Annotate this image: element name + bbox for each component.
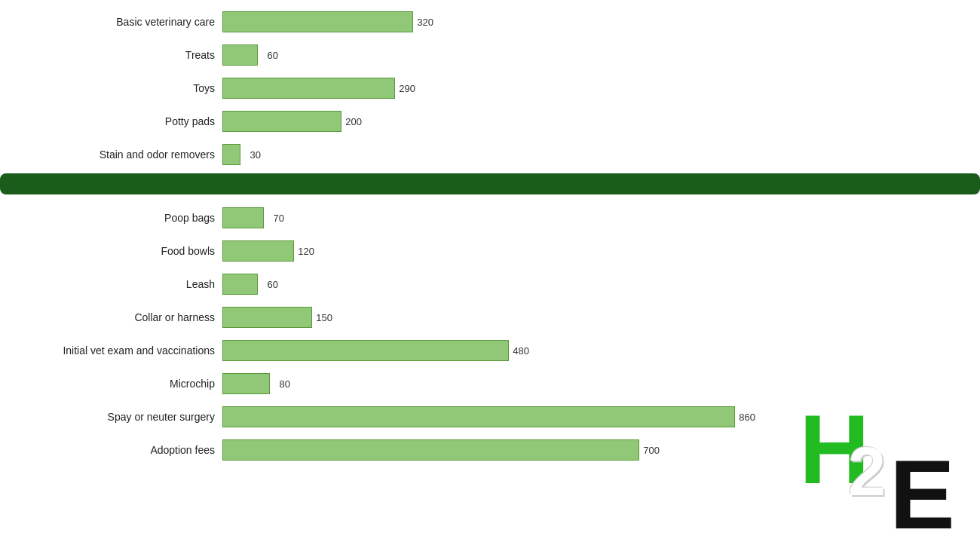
bar-value: 80	[280, 378, 290, 390]
bar-label: Poop bags	[0, 212, 222, 224]
bar-row: Initial vet exam and vaccinations480	[0, 336, 980, 365]
bar-value: 200	[345, 116, 362, 127]
bar-value: 480	[513, 345, 529, 357]
bar-wrap: 60	[222, 274, 258, 295]
bar-label: Potty pads	[0, 115, 222, 127]
bar-row: Toys290	[0, 74, 980, 103]
logo-e: E	[890, 445, 955, 543]
bar: 80	[222, 373, 270, 394]
bar-row: Potty pads200	[0, 107, 980, 136]
bar-wrap: 120	[222, 240, 294, 262]
bar-row: Food bowls120	[0, 237, 980, 265]
bar-value: 290	[399, 83, 415, 94]
bar-label: Adoption fees	[0, 444, 222, 456]
bar-wrap: 480	[222, 340, 509, 361]
bar-wrap: 290	[222, 78, 395, 99]
bar: 860	[222, 406, 735, 427]
bar-value: 70	[274, 213, 284, 224]
bar: 320	[222, 11, 413, 32]
bar-value: 320	[417, 17, 433, 28]
bar-wrap: 320	[222, 11, 413, 32]
bar-label: Basic veterinary care	[0, 16, 222, 28]
bar-value: 60	[268, 279, 278, 290]
bar-label: Treats	[0, 49, 222, 61]
bar-label: Leash	[0, 278, 222, 290]
bar-value: 30	[250, 149, 261, 161]
bar-row: Basic veterinary care320	[0, 8, 980, 36]
logo: H 2 E	[799, 400, 965, 536]
bar-value: 120	[298, 246, 314, 257]
bar-wrap: 60	[222, 44, 258, 66]
bar-wrap: 150	[222, 307, 312, 328]
bar-value: 150	[316, 312, 332, 323]
bar-row: Collar or harness150	[0, 303, 980, 332]
bar: 60	[222, 44, 258, 66]
bar: 200	[222, 111, 341, 132]
bar-value: 860	[739, 412, 755, 423]
bar: 30	[222, 144, 240, 165]
bar-value: 60	[268, 50, 278, 61]
bar-label: Food bowls	[0, 245, 222, 257]
top-section: Basic veterinary care320Treats60Toys290P…	[0, 0, 980, 169]
bar: 70	[222, 207, 264, 228]
bar-wrap: 200	[222, 111, 341, 132]
chart-container: Basic veterinary care320Treats60Toys290P…	[0, 0, 980, 551]
bar: 700	[222, 439, 639, 461]
bar: 290	[222, 78, 395, 99]
bar-label: Initial vet exam and vaccinations	[0, 344, 222, 357]
logo-2: 2	[848, 438, 886, 506]
bar-label: Microchip	[0, 378, 222, 390]
bar: 150	[222, 307, 312, 328]
bar-row: Treats60	[0, 41, 980, 69]
bar-value: 700	[643, 445, 660, 456]
bar-wrap: 700	[222, 439, 639, 461]
banner	[0, 173, 980, 194]
bar-row: Poop bags70	[0, 204, 980, 232]
bar-wrap: 30	[222, 144, 240, 165]
bar-label: Stain and odor removers	[0, 148, 222, 161]
bar: 60	[222, 274, 258, 295]
bar-wrap: 70	[222, 207, 264, 228]
bar-wrap: 80	[222, 373, 270, 394]
bar-row: Stain and odor removers30	[0, 140, 980, 169]
bar-wrap: 860	[222, 406, 735, 427]
bar: 120	[222, 240, 294, 262]
bar-label: Toys	[0, 82, 222, 94]
bar: 480	[222, 340, 509, 361]
bar-label: Spay or neuter surgery	[0, 411, 222, 423]
bar-label: Collar or harness	[0, 311, 222, 323]
bar-row: Leash60	[0, 270, 980, 298]
